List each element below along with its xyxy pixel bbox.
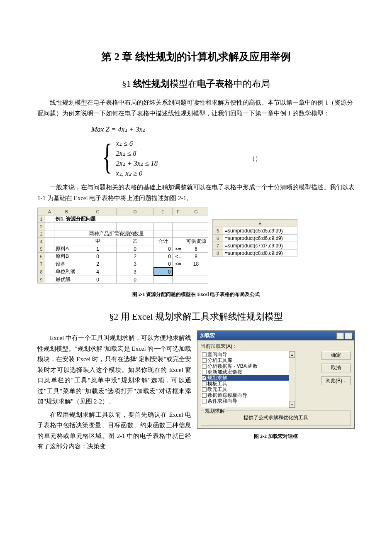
formula-E6: =sumproduct(c6:d6,c9:d9)	[223, 235, 297, 242]
list-item[interactable]: 规划求解	[202, 375, 295, 381]
table-row: 1 例1. 资源分配问题	[38, 215, 208, 223]
table-row: 2	[38, 223, 208, 230]
list-item-label: 分析工具库	[207, 357, 232, 363]
checkbox-icon[interactable]	[202, 399, 207, 403]
cell-G4: 可供资源	[184, 238, 208, 245]
close-icon[interactable]: ×	[345, 333, 352, 339]
corner-cell	[38, 208, 45, 215]
cell-D7: 3	[117, 260, 154, 268]
cell-C4: 甲	[79, 238, 117, 245]
list-item-label: 规划求解	[207, 375, 227, 381]
table-row: 3 两种产品所需资源的数量	[38, 230, 208, 238]
list-item-label: 条件求和向导	[207, 398, 237, 404]
list-item[interactable]: 模板工具	[202, 381, 295, 386]
cell-G5: 6	[184, 245, 208, 253]
checkbox-icon[interactable]	[202, 376, 207, 380]
col-D: D	[117, 208, 154, 215]
browse-button[interactable]: 浏览(B)...	[321, 377, 351, 385]
cell-C9: 0	[79, 276, 117, 284]
list-item[interactable]: 条件求和向导	[202, 398, 295, 404]
cell-B5: 原料A	[54, 245, 79, 253]
table-row: 9 最优解 0 0	[38, 276, 208, 284]
list-item-label: 查阅向导	[207, 352, 227, 357]
row-4: 4	[38, 238, 45, 245]
cell-D4: 乙	[117, 238, 154, 245]
constraint-4: x₁, x₂ ≥ 0	[114, 169, 158, 178]
addins-dialog: 加载宏 ? × 当前加载宏(A)： 查阅向导分析工具库分析数据库 - VBA 函…	[197, 330, 355, 429]
col-E-header: E	[223, 220, 297, 227]
section1-para2: 一般来说，在与问题相关的表格的基础上稍加调整就可以在电子表格中形成一个十分清晰的…	[37, 182, 355, 203]
description-group: 规划求解 提供了公式求解和优化的工具	[201, 411, 351, 426]
excel-main-table: A B C D E F G 1 例1. 资源分配问题 2	[37, 208, 208, 284]
checkbox-icon[interactable]	[202, 381, 207, 386]
row-7: 7	[38, 260, 45, 268]
row-3: 3	[38, 230, 45, 238]
row-5: 5	[38, 245, 45, 253]
cell-C3: 两种产品所需资源的数量	[79, 230, 154, 238]
addins-listbox[interactable]: 查阅向导分析工具库分析数据库 - VBA 函数更新加载宏链接规划求解模板工具欧元…	[201, 351, 295, 408]
section1-r1: 模型在	[170, 78, 197, 89]
scroll-down-icon[interactable]: ▾	[289, 401, 295, 408]
checkbox-icon[interactable]	[202, 387, 207, 392]
group-desc: 提供了公式求解和优化的工具	[243, 415, 308, 421]
table-row: 6 原料B 0 2 0 <= 8	[38, 253, 208, 260]
scroll-up-icon[interactable]: ▴	[289, 351, 295, 358]
cell-B7: 设备	[54, 260, 79, 268]
table-row: 4 甲 乙 合计 可供资源	[38, 238, 208, 245]
list-item[interactable]: 欧元工具	[202, 386, 295, 392]
cell-E4: 合计	[154, 238, 173, 245]
cell-B9: 最优解	[54, 276, 79, 284]
list-item-label: 数据追踪模板向导	[207, 392, 247, 398]
cell-B1: 例1. 资源分配问题	[54, 215, 208, 223]
checkbox-icon[interactable]	[202, 393, 207, 398]
cell-F6: <=	[173, 253, 184, 260]
table-row: 5 原料A 1 0 0 <= 6	[38, 245, 208, 253]
checkbox-icon[interactable]	[202, 364, 207, 369]
scrollbar[interactable]: ▴ ▾	[289, 351, 295, 408]
cell-D6: 2	[117, 253, 154, 260]
figure-2-2-caption: 图 2-2 加载宏对话框	[197, 433, 355, 440]
formula-E7: =sumproduct(c7:d7,c9:d9)	[223, 242, 297, 249]
chapter-title: 第 2 章 线性规划的计算机求解及应用举例	[37, 50, 355, 64]
row-8: 8	[38, 268, 45, 276]
constraint-1: x₁ ≤ 6	[114, 139, 158, 149]
list-item[interactable]: 分析工具库	[202, 357, 295, 363]
list-item-label: 分析数据库 - VBA 函数	[207, 363, 258, 369]
section1-prefix: §1	[122, 78, 134, 89]
document-page: 第 2 章 线性规划的计算机求解及应用举例 §1 线性规划模型在电子表格中的布局…	[0, 0, 392, 555]
cell-E7: 0	[154, 260, 173, 268]
cell-C5: 1	[79, 245, 117, 253]
section1-b1: 线性规划	[133, 78, 170, 89]
help-icon[interactable]: ?	[336, 333, 344, 339]
list-item[interactable]: 更新加载宏链接	[202, 369, 295, 375]
list-item[interactable]: 数据追踪模板向导	[202, 392, 295, 398]
figure-2-1-caption: 图 2-1 资源分配问题的模型在 Excel 电子表格的布局及公式	[37, 291, 355, 298]
section1-r2: 中的布局	[234, 78, 270, 89]
dialog-titlebar: 加载宏 ? ×	[197, 331, 354, 340]
row-6: 6	[213, 235, 223, 242]
col-G: G	[184, 208, 208, 215]
checkbox-icon[interactable]	[202, 358, 207, 363]
list-item[interactable]: 查阅向导	[202, 352, 295, 357]
checkbox-icon[interactable]	[202, 370, 207, 374]
list-item-label: 模板工具	[207, 381, 227, 386]
cell-F5: <=	[173, 245, 184, 253]
ok-button[interactable]: 确定	[321, 351, 351, 359]
addins-label: 当前加载宏(A)：	[201, 343, 351, 350]
cell-D9: 0	[117, 276, 154, 284]
figure-2-1: A B C D E F G 1 例1. 资源分配问题 2	[37, 208, 355, 284]
dialog-title-text: 加载宏	[200, 332, 215, 339]
list-item[interactable]: 分析数据库 - VBA 函数	[202, 363, 295, 369]
col-E: E	[154, 208, 173, 215]
cell-E5: 0	[154, 245, 173, 253]
section2-title: §2 用 Excel 规划求解工具求解线性规划模型	[37, 311, 355, 323]
checkbox-icon[interactable]	[202, 352, 207, 357]
row-8: 8	[213, 249, 223, 257]
cancel-button[interactable]: 取消	[321, 364, 351, 372]
constraint-3: 2x₁ + 3x₂ ≤ 18	[114, 159, 158, 169]
cell-E8-selected: 0	[154, 268, 173, 276]
list-item-label: 欧元工具	[207, 386, 227, 392]
left-brace-icon: {	[102, 139, 112, 178]
table-row: 8 单位利润 4 3 0	[38, 268, 208, 276]
equation-number: （）	[249, 153, 261, 165]
